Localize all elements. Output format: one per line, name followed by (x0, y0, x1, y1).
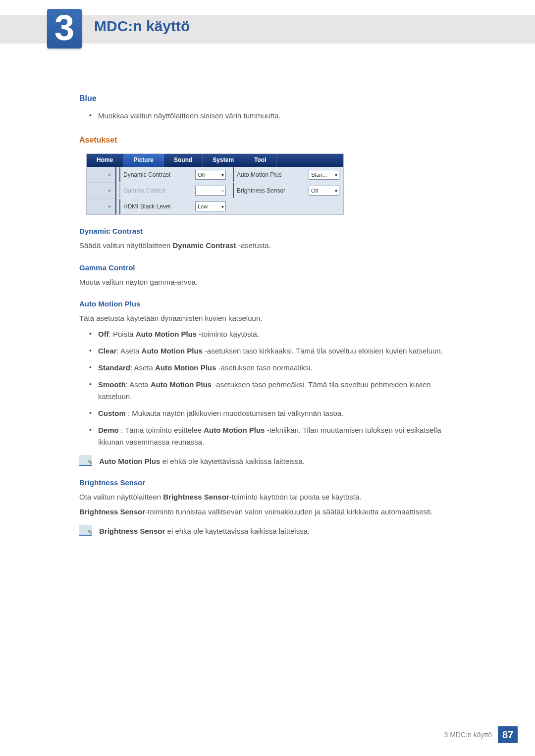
t: -toiminto tunnistaa vallitsevan valon vo… (145, 507, 432, 516)
amp-note: Auto Motion Plus ei ehkä ole käytettävis… (79, 455, 456, 466)
text: Säädä valitun näyttölaitteen (79, 241, 172, 250)
page-content: Blue Muokkaa valitun näyttölaitteen sini… (79, 94, 456, 541)
t: -toiminto käyttöön tai poista se käytöst… (229, 493, 362, 501)
tab-home[interactable]: Home (87, 154, 123, 167)
brightness-note: Brightness Sensor ei ehkä ole käytettävi… (79, 525, 456, 536)
b: Standard (98, 363, 130, 372)
para-brightness-1: Ota valitun näyttölaitteen Brightness Se… (79, 492, 456, 503)
para-amp-intro: Tätä asetusta käytetään dynaamisten kuvi… (79, 313, 456, 324)
para-brightness-2: Brightness Sensor-toiminto tunnistaa val… (79, 506, 456, 518)
tab-system[interactable]: System (203, 154, 244, 167)
b: Brightness Sensor (99, 527, 165, 535)
side-column: ▸ ▸ ▸ (87, 167, 116, 214)
t: -asetuksen taso normaaliksi. (216, 363, 312, 372)
t: : Poista (109, 330, 136, 338)
b: Smooth (98, 380, 126, 389)
b: Custom (98, 409, 126, 417)
t: Ota valitun näyttölaitteen (79, 493, 163, 501)
para-dynamic-contrast: Säädä valitun näyttölaitteen Dynamic Con… (79, 240, 456, 252)
chapter-number-badge: 3 (47, 9, 82, 49)
footer-text: 3 MDC:n käyttö (444, 731, 492, 739)
amp-item-demo: Demo : Tämä toiminto esittelee Auto Moti… (89, 424, 456, 448)
amp-item-smooth: Smooth: Aseta Auto Motion Plus -asetukse… (89, 379, 456, 403)
label-hdmi-black-level: HDMI Black Level (119, 199, 195, 214)
label-gamma-control: Gamma Control (119, 183, 195, 198)
tab-picture[interactable]: Picture (123, 154, 164, 167)
amp-item-custom: Custom : Mukauta näytön jälkikuvien muod… (89, 407, 456, 419)
para-gamma: Muuta valitun näytön gamma-arvoa. (79, 277, 456, 288)
heading-brightness-sensor: Brightness Sensor (79, 478, 456, 487)
brightness-note-text: Brightness Sensor ei ehkä ole käytettävi… (99, 525, 310, 536)
tab-sound[interactable]: Sound (164, 154, 203, 167)
settings-body: ▸ ▸ ▸ Dynamic Contrast Off Auto Motion P… (87, 167, 343, 214)
b: Brightness Sensor (163, 493, 229, 501)
t: -asetuksen taso kirkkaaksi. Tämä tila so… (203, 347, 443, 355)
b: Off (98, 330, 109, 338)
label-brightness-sensor: Brightness Sensor (233, 183, 309, 198)
amp-note-text: Auto Motion Plus ei ehkä ole käytettävis… (99, 455, 305, 466)
amp-item-off: Off: Poista Auto Motion Plus -toiminto k… (89, 328, 456, 340)
amp-item-clear: Clear: Aseta Auto Motion Plus -asetuksen… (89, 345, 456, 357)
text-bold: Dynamic Contrast (172, 241, 236, 250)
blue-bullets: Muokkaa valitun näyttölaitteen sinisen v… (89, 110, 456, 122)
text: -asetusta. (236, 241, 271, 250)
b: Auto Motion Plus (136, 330, 197, 338)
t: ei ehkä ole käytettävissä kaikissa laitt… (165, 527, 310, 535)
select-auto-motion-plus[interactable]: Stan... (309, 170, 339, 180)
t: : Aseta (126, 380, 151, 389)
b: Auto Motion Plus (151, 380, 212, 389)
t: : Aseta (117, 347, 142, 355)
t: ei ehkä ole käytettävissä kaikissa laitt… (160, 457, 305, 465)
t: : Mukauta näytön jälkikuvien muodostumis… (126, 409, 343, 417)
heading-dynamic-contrast: Dynamic Contrast (79, 227, 456, 235)
b: Demo (98, 426, 119, 434)
heading-auto-motion-plus: Auto Motion Plus (79, 300, 456, 308)
side-row-3[interactable]: ▸ (87, 199, 115, 214)
b: Brightness Sensor (79, 507, 145, 516)
b: Auto Motion Plus (99, 457, 160, 465)
note-icon (79, 525, 92, 536)
heading-gamma-control: Gamma Control (79, 263, 456, 272)
b: Auto Motion Plus (142, 347, 203, 355)
select-hdmi-black-level[interactable]: Low (195, 202, 226, 211)
footer-page-number: 87 (498, 726, 518, 743)
note-icon (79, 455, 92, 466)
settings-grid: Dynamic Contrast Off Auto Motion Plus St… (116, 167, 343, 214)
side-row-2[interactable]: ▸ (87, 183, 115, 199)
side-row-1[interactable]: ▸ (87, 167, 115, 183)
page-footer: 3 MDC:n käyttö 87 (444, 726, 518, 743)
b: Auto Motion Plus (204, 426, 265, 434)
select-brightness-sensor[interactable]: Off (309, 186, 339, 196)
label-dynamic-contrast: Dynamic Contrast (119, 167, 195, 182)
tab-bar: Home Picture Sound System Tool (87, 154, 343, 167)
tab-tool[interactable]: Tool (244, 154, 276, 167)
b: Auto Motion Plus (155, 363, 216, 372)
t: : Tämä toiminto esittelee (119, 426, 204, 434)
label-auto-motion-plus: Auto Motion Plus (233, 167, 309, 182)
t: -toiminto käytöstä. (197, 330, 259, 338)
t: : Aseta (130, 363, 155, 372)
section-blue-title: Blue (79, 94, 456, 103)
amp-item-standard: Standard: Aseta Auto Motion Plus -asetuk… (89, 362, 456, 374)
section-settings-title: Asetukset (79, 136, 456, 145)
amp-list: Off: Poista Auto Motion Plus -toiminto k… (89, 328, 456, 448)
chapter-title: MDC:n käyttö (94, 18, 190, 35)
blue-bullet-item: Muokkaa valitun näyttölaitteen sinisen v… (89, 110, 456, 122)
b: Clear (98, 347, 117, 355)
settings-screenshot: Home Picture Sound System Tool ▸ ▸ ▸ Dyn… (86, 153, 344, 215)
select-dynamic-contrast[interactable]: Off (195, 170, 226, 180)
select-gamma-control (195, 186, 226, 196)
